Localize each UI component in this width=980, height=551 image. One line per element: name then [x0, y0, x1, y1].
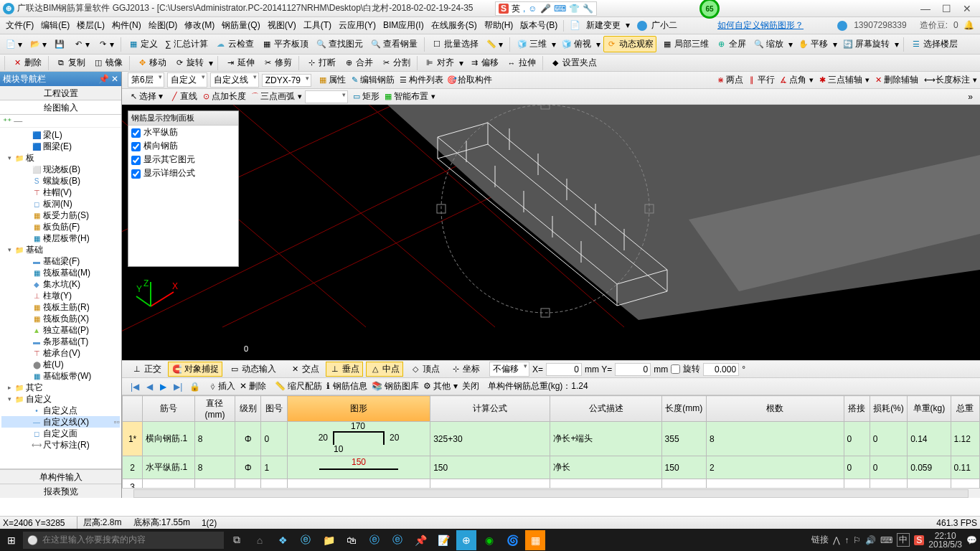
row-insert[interactable]: ⎀ 插入 [210, 380, 235, 392]
rebar-display-panel[interactable]: 钢筋显示控制面板 水平纵筋 横向钢筋 显示其它图元 显示详细公式 [128, 110, 239, 267]
open-button[interactable]: 📂▾ [27, 37, 49, 52]
x-input[interactable] [546, 363, 582, 376]
tree-node[interactable]: ▾📁自定义 [1, 393, 120, 405]
tree-node[interactable]: ▾📁板 [1, 152, 120, 164]
rect-tool[interactable]: ▭矩形 [351, 90, 380, 103]
tray-clock[interactable]: 22:102018/5/3 [928, 532, 962, 549]
menu-component[interactable]: 构件(N) [109, 18, 144, 33]
component-tree[interactable]: 🟦梁(L)🟦圈梁(E)▾📁板⬜现浇板(B)S螺旋板(B)⊤柱帽(V)◻板洞(N)… [0, 128, 121, 468]
editbar-button[interactable]: ✎编辑钢筋 [349, 74, 395, 86]
tray-ime[interactable]: 中 [897, 533, 910, 547]
sumcalc-button[interactable]: ∑ 汇总计算 [163, 37, 210, 52]
chk-other[interactable]: 显示其它图元 [128, 153, 238, 166]
undo-button[interactable]: ↶▾ [70, 37, 92, 52]
close-button[interactable]: ✕ [963, 3, 971, 14]
col-header[interactable]: 筋号 [143, 396, 195, 422]
menu-modify[interactable]: 修改(M) [182, 18, 217, 33]
rotate-button[interactable]: ⟳旋转 [171, 55, 206, 70]
tree-node[interactable]: ⬤桩(U) [1, 359, 120, 370]
edge2-icon[interactable]: ⓔ [364, 530, 385, 550]
ime-kb-icon[interactable]: ⌨ [554, 4, 566, 14]
ime-panel[interactable]: S 英 , ☺ 🎤 ⌨ 👕 🔧 [495, 1, 597, 16]
col-header[interactable]: 图号 [261, 396, 287, 422]
col-header[interactable]: 级别 [235, 396, 261, 422]
parallel-button[interactable]: ∥平行 [746, 74, 775, 86]
tray-net[interactable]: ↑ [844, 535, 849, 545]
ime-mic-icon[interactable]: 🎤 [540, 4, 551, 14]
ortho-toggle[interactable]: ⊥正交 [128, 362, 165, 377]
tray-notif[interactable]: 💬 [966, 535, 977, 545]
coord-snap[interactable]: ⊹坐标 [446, 362, 484, 377]
menu-version[interactable]: 版本号(B) [517, 18, 560, 33]
table-row[interactable]: 2水平纵筋.18Φ1150150净长1502000.0590.11 [123, 456, 980, 479]
dynview-button[interactable]: ⟳动态观察 [603, 36, 656, 52]
chk-hbar[interactable]: 水平纵筋 [128, 126, 238, 139]
smart-tool[interactable]: ▦智能布置 [382, 90, 428, 103]
pin-icon[interactable]: 📌 ✕ [98, 74, 118, 84]
col-header[interactable]: 总重 [951, 396, 979, 422]
tree-node[interactable]: ▬条形基础(T) [1, 336, 120, 347]
ime-set-icon[interactable]: 🔧 [583, 4, 593, 14]
rotate-input[interactable] [703, 363, 739, 376]
tree-node[interactable]: ▬基础梁(F) [1, 255, 120, 267]
tree-node[interactable]: ▲独立基础(P) [1, 324, 120, 336]
tree-node[interactable]: •自定义点 [1, 405, 120, 416]
menu-tool[interactable]: 工具(T) [301, 18, 334, 33]
select-tool[interactable]: ↖选择 ▾ [128, 90, 163, 103]
menu-cloud[interactable]: 云应用(Y) [336, 18, 379, 33]
start-button[interactable]: ⊞ [3, 532, 20, 549]
col-header[interactable]: 根数 [707, 396, 844, 422]
stretch-button[interactable]: ↔拉伸 [504, 55, 538, 70]
tree-node[interactable]: ▸📁其它 [1, 382, 120, 393]
col-header[interactable]: 损耗(%) [870, 396, 907, 422]
col-header[interactable]: 图形 [287, 396, 430, 422]
help-link[interactable]: 如何自定义钢筋图形？ [715, 18, 806, 33]
tree-node[interactable]: ◻自定义面 [1, 428, 120, 439]
hscroll[interactable] [133, 489, 969, 498]
nav-tab-single[interactable]: 单构件输入 [0, 469, 121, 484]
offset-button[interactable]: ⇉偏移 [466, 55, 501, 70]
3d-button[interactable]: 🧊三维 [514, 37, 549, 52]
menu-online[interactable]: 在线服务(S) [428, 18, 480, 33]
frontview-button[interactable]: 🧊俯视 [559, 37, 593, 52]
tree-node[interactable]: 🟦圈梁(E) [1, 141, 120, 152]
rotate-check[interactable] [671, 364, 680, 374]
extend-button[interactable]: ⇥延伸 [222, 55, 257, 70]
tree-node[interactable]: ◆集水坑(K) [1, 278, 120, 290]
define-button[interactable]: ▦定义 [126, 37, 160, 52]
mid-snap[interactable]: △中点 [366, 362, 403, 377]
col-header[interactable]: 直径(mm) [194, 396, 235, 422]
tree-node[interactable]: 🟦梁(L) [1, 129, 120, 141]
menu-edit[interactable]: 编辑(E) [38, 18, 72, 33]
col-header[interactable]: 长度(mm) [661, 396, 706, 422]
new-button[interactable]: 📄▾ [3, 37, 24, 52]
maximize-button[interactable]: ☐ [942, 3, 951, 14]
cloudcheck-button[interactable]: ☁云检查 [213, 37, 256, 52]
inter-snap[interactable]: ✕交点 [286, 362, 323, 377]
menu-draw[interactable]: 绘图(D) [146, 18, 181, 33]
scrrot-button[interactable]: 🔄屏幕旋转 [840, 37, 892, 52]
dyninput-toggle[interactable]: ▭动态输入 [225, 362, 280, 377]
mirror-button[interactable]: ◫镜像 [90, 55, 125, 70]
lock-button[interactable]: 🔒 [188, 382, 202, 392]
col-header[interactable]: 公式描述 [550, 396, 661, 422]
rebar-table[interactable]: 筋号直径(mm)级别图号图形计算公式公式描述长度(mm)根数搭接损耗(%)单重(… [122, 395, 980, 488]
flatroof-button[interactable]: ▦平齐板顶 [259, 37, 311, 52]
app-icon-1[interactable]: ⌂ [250, 530, 270, 550]
edge-icon[interactable]: ⓔ [296, 530, 316, 550]
ime-emoji-icon[interactable]: ☺ [528, 4, 537, 14]
break-button[interactable]: ⊹打断 [303, 55, 338, 70]
y-input[interactable] [615, 363, 651, 376]
ie-icon[interactable]: ⓔ [387, 530, 407, 550]
tree-node[interactable]: ⊥柱墩(Y) [1, 290, 120, 301]
other-button[interactable]: ⚙ 其他 ▾ [423, 380, 458, 392]
col-header[interactable]: 单重(kg) [908, 396, 951, 422]
prev-button[interactable]: ◀ [145, 382, 154, 392]
minimize-button[interactable]: — [920, 3, 930, 14]
tree-node[interactable]: ▦筏板基础(M) [1, 267, 120, 278]
tree-node[interactable]: —自定义线(X)▫▫ [1, 416, 120, 428]
tray-up[interactable]: ⋀ [833, 535, 840, 545]
taskbar-search[interactable]: ⚪在这里输入你要搜索的内容 [23, 532, 224, 549]
first-button[interactable]: |◀ [129, 382, 141, 392]
user-label[interactable]: 广小二 [634, 18, 683, 33]
